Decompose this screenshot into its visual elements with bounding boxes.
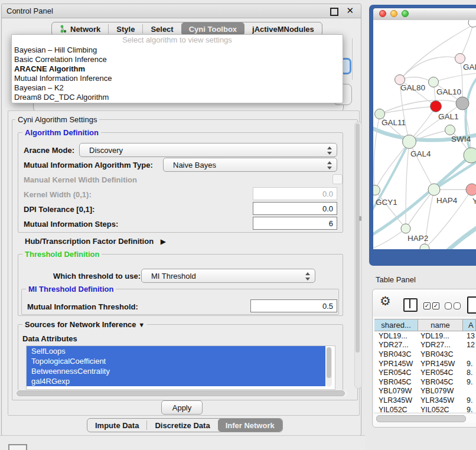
network-canvas[interactable]: GALGAL80GAL10GAL1GAL11SWI4GAL4GCY1HAP4YH… <box>373 20 476 249</box>
table-row[interactable]: YIL052CYIL052C9. <box>374 405 476 412</box>
network-node[interactable] <box>403 135 416 149</box>
tab-infer-network[interactable]: Infer Network <box>218 419 282 432</box>
table-horizontal-scrollbar-thumb[interactable] <box>376 415 466 422</box>
table-row[interactable]: YER054CYER054C8. <box>374 368 476 377</box>
select-all-checkbox-icon[interactable]: ✓ <box>423 302 431 309</box>
algorithm-option[interactable]: Bayesian – K2 <box>12 83 343 93</box>
kernel-width-field[interactable]: 0.0 <box>253 187 337 200</box>
settings-vertical-scrollbar-thumb[interactable] <box>356 123 360 353</box>
table-row[interactable]: YDR27...YDR27...12 <box>374 341 476 350</box>
dpi-tolerance-field[interactable]: 0.0 <box>253 202 337 215</box>
tab-discretize-data[interactable]: Discretize Data <box>147 419 217 432</box>
network-node[interactable] <box>468 20 476 27</box>
network-node[interactable] <box>428 184 440 195</box>
network-window-titlebar[interactable] <box>373 8 476 21</box>
manual-kernel-checkbox[interactable] <box>332 174 343 184</box>
float-window-icon[interactable] <box>330 8 338 16</box>
tab-network[interactable]: Network <box>52 22 108 35</box>
close-traffic-light[interactable] <box>379 10 386 17</box>
columns-icon[interactable] <box>403 298 418 312</box>
panel-title: Control Panel <box>6 6 53 15</box>
zoom-traffic-light[interactable] <box>402 10 409 17</box>
attribute-item-selected[interactable]: BetweennessCentrality <box>27 366 325 376</box>
kernel-width-label: Kernel Width (0,1): <box>24 190 92 199</box>
table-horizontal-scrollbar[interactable] <box>374 413 476 423</box>
select-all-checkbox-icon[interactable]: ✓ <box>432 302 439 309</box>
attribute-item-selected[interactable]: gal4RGexp <box>27 376 325 386</box>
algorithm-option[interactable]: Dream8 DC_TDC Algorithm <box>12 93 343 102</box>
network-node[interactable] <box>373 185 380 195</box>
aracne-mode-select[interactable]: Discovery <box>79 143 337 157</box>
attribute-item-selected[interactable]: SelfLoops <box>27 346 325 356</box>
network-edge-thick[interactable] <box>446 227 476 249</box>
tab-impute-data[interactable]: Impute Data <box>87 419 146 432</box>
data-attributes-list[interactable]: SelfLoopsTopologicalCoefficientBetweenne… <box>26 345 335 390</box>
algorithm-option[interactable]: Bayesian – Hill Climbing <box>12 45 343 55</box>
network-node[interactable] <box>375 109 385 119</box>
attribute-item-selected[interactable]: TopologicalCoefficient <box>27 356 325 366</box>
network-edge[interactable] <box>406 142 409 229</box>
tab-style-label: Style <box>116 25 135 34</box>
algorithm-option[interactable]: Basic Correlation Inference <box>12 55 343 64</box>
table-row[interactable]: YPR145WYPR145W9. <box>374 359 476 369</box>
table-row[interactable]: YDL19...YDL19...13 <box>374 331 476 341</box>
network-node[interactable] <box>445 125 455 135</box>
column-header-truncated[interactable]: A <box>463 319 476 331</box>
network-node[interactable] <box>401 224 410 233</box>
network-edge[interactable] <box>400 57 460 80</box>
table-row[interactable]: YBR043CYBR043C <box>374 350 476 359</box>
splitter-handle[interactable] <box>359 216 361 221</box>
tab-style[interactable]: Style <box>109 22 142 35</box>
which-threshold-select[interactable]: MI Threshold <box>141 269 315 283</box>
network-node[interactable] <box>466 184 476 195</box>
network-edge[interactable] <box>460 25 473 58</box>
attributes-scrollbar[interactable] <box>326 347 332 387</box>
network-node[interactable] <box>420 244 429 249</box>
tab-select[interactable]: Select <box>143 22 181 35</box>
mi-threshold-field[interactable]: 0.5 <box>250 299 337 312</box>
settings-vertical-scrollbar[interactable] <box>354 122 362 389</box>
algorithm-option[interactable]: ARACNE Algorithm <box>12 64 343 74</box>
attributes-scrollbar-thumb[interactable] <box>327 347 331 378</box>
network-node[interactable] <box>431 101 442 112</box>
tab-jactivemnodules[interactable]: jActiveMNodules <box>244 22 322 35</box>
minimize-traffic-light[interactable] <box>390 10 397 17</box>
table-row[interactable]: YLR345WYLR345W9. <box>374 396 476 405</box>
mi-steps-field[interactable]: 6 <box>253 217 337 230</box>
network-edge[interactable] <box>375 142 409 190</box>
gear-icon[interactable]: ⚙ <box>380 294 391 308</box>
node-label: GAL10 <box>436 87 461 96</box>
table-row[interactable]: YBR045CYBR045C9. <box>374 377 476 387</box>
deselect-all-checkbox-icon[interactable] <box>445 302 452 309</box>
network-node[interactable] <box>455 54 465 64</box>
node-label: GCY1 <box>376 198 397 207</box>
settings-horizontal-scrollbar[interactable] <box>15 390 347 397</box>
collapse-arrow-icon[interactable]: ▼ <box>138 321 145 328</box>
mi-type-select[interactable]: Naive Bayes <box>163 158 337 172</box>
deselect-all-checkbox-icon[interactable] <box>454 302 461 309</box>
network-edge[interactable] <box>374 114 380 190</box>
column-header-shared-name[interactable]: shared... <box>374 319 418 331</box>
network-node[interactable] <box>456 97 469 110</box>
table-cell: YBR045C <box>418 378 463 386</box>
tab-cyni-toolbox-label: Cyni Toolbox <box>189 25 237 34</box>
network-edge[interactable] <box>433 73 476 82</box>
network-node[interactable] <box>429 77 439 87</box>
close-icon[interactable]: ✕ <box>346 5 354 16</box>
network-node[interactable] <box>464 148 476 163</box>
algorithm-option[interactable]: Mutual Information Inference <box>12 74 343 83</box>
tab-cyni-toolbox[interactable]: Cyni Toolbox <box>181 22 244 35</box>
node-label: GAL80 <box>400 83 425 92</box>
table-cell: YDR27... <box>418 341 463 349</box>
table-cell: YIL052C <box>374 406 418 412</box>
node-table[interactable]: YDL19...YDL19...13YDR27...YDR27...12YBR0… <box>374 331 476 412</box>
new-table-icon[interactable] <box>467 296 476 314</box>
settings-horizontal-scrollbar-thumb[interactable] <box>17 390 345 396</box>
collapsed-panel-icon[interactable] <box>8 444 27 450</box>
node-label: GAL4 <box>410 149 431 158</box>
apply-button[interactable]: Apply <box>161 400 203 415</box>
column-header-name[interactable]: name <box>418 319 463 331</box>
table-row[interactable]: YBL079WYBL079W <box>374 387 476 396</box>
hub-definition-toggle[interactable]: Hub/Transcription Factor Definition ▶ <box>25 237 166 246</box>
table-cell: 8. <box>463 369 476 377</box>
